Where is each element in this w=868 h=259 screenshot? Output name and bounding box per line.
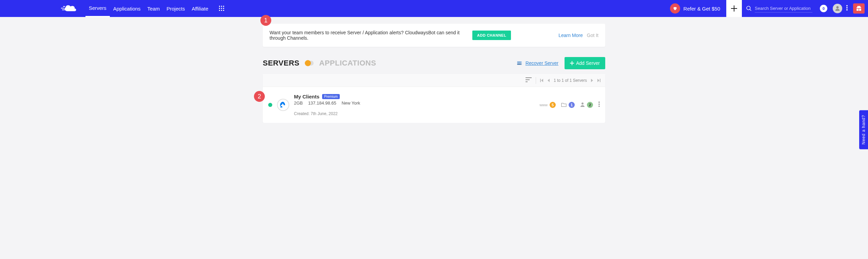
svg-rect-10 <box>221 10 222 11</box>
recover-text: Recover Server <box>526 60 558 66</box>
svg-point-12 <box>846 5 848 6</box>
premium-badge: Premium <box>322 94 340 99</box>
nav-projects[interactable]: Projects <box>163 0 188 17</box>
header-menu-icon[interactable] <box>846 5 848 12</box>
add-server-label: Add Server <box>576 60 600 66</box>
search-block <box>742 4 816 13</box>
svg-rect-3 <box>219 6 220 7</box>
server-created: Created: 7th June, 2022 <box>294 111 364 116</box>
stat-projects[interactable]: 1 <box>561 102 575 108</box>
nav-servers[interactable]: Servers <box>85 0 110 17</box>
server-list: 1 to 1 of 1 Servers 2 My Clients Premium… <box>263 74 605 123</box>
header-right: Refer & Get $50 0 <box>664 0 868 17</box>
svg-rect-19 <box>526 77 532 78</box>
annotation-1: 1 <box>260 15 271 26</box>
nav-team[interactable]: Team <box>144 0 163 17</box>
svg-point-26 <box>598 104 600 105</box>
divider <box>536 77 536 84</box>
tab-applications[interactable]: APPLICATIONS <box>319 59 376 68</box>
stat-users[interactable]: 2 <box>580 102 593 108</box>
heart-icon <box>670 3 680 14</box>
person-icon <box>580 102 585 108</box>
got-it-link[interactable]: Got It <box>587 33 598 38</box>
svg-rect-21 <box>526 81 528 82</box>
server-row[interactable]: 2 My Clients Premium 2GB 137.184.98.65 N… <box>263 87 605 123</box>
svg-rect-4 <box>221 6 222 7</box>
stat-www[interactable]: www 5 <box>539 102 556 108</box>
pager-first-icon[interactable] <box>540 79 544 82</box>
servers-apps-toggle[interactable] <box>305 61 314 66</box>
server-info: My Clients Premium 2GB 137.184.98.65 New… <box>294 94 364 116</box>
svg-rect-9 <box>219 10 220 11</box>
svg-rect-20 <box>526 79 530 80</box>
user-avatar[interactable] <box>833 4 842 13</box>
row-menu-icon[interactable] <box>598 101 600 108</box>
tabs-row: SERVERS APPLICATIONS Recover Server Add … <box>263 57 605 69</box>
svg-point-24 <box>581 103 584 105</box>
pager: 1 to 1 of 1 Servers <box>540 78 600 83</box>
svg-point-25 <box>598 101 600 103</box>
status-dot <box>268 103 272 107</box>
svg-point-14 <box>846 9 848 11</box>
svg-rect-8 <box>223 8 224 9</box>
folder-count: 1 <box>569 102 575 108</box>
svg-rect-2 <box>63 6 65 7</box>
plus-icon <box>570 61 574 65</box>
help-tab[interactable]: Need a hand? <box>859 110 868 123</box>
add-server-button[interactable]: Add Server <box>565 57 605 69</box>
notification-badge[interactable]: 0 <box>820 5 827 12</box>
svg-rect-23 <box>280 107 281 108</box>
list-header: 1 to 1 of 1 Servers <box>263 74 605 87</box>
pager-last-icon[interactable] <box>597 79 600 82</box>
server-stats: www 5 1 2 <box>539 101 600 108</box>
main-content: Want your team members to receive Server… <box>263 17 605 123</box>
tab-servers[interactable]: SERVERS <box>263 59 299 68</box>
pager-next-icon[interactable] <box>590 79 594 82</box>
sort-icon[interactable] <box>526 77 532 84</box>
add-channel-button[interactable]: ADD CHANNEL <box>472 31 511 40</box>
add-button[interactable] <box>726 0 742 17</box>
www-count: 5 <box>550 102 556 108</box>
svg-point-18 <box>521 64 521 64</box>
refer-text: Refer & Get $50 <box>684 6 720 12</box>
svg-rect-0 <box>61 8 64 8</box>
nav-affiliate[interactable]: Affiliate <box>188 0 212 17</box>
provider-digitalocean-icon <box>277 99 289 111</box>
user-count: 2 <box>587 102 593 108</box>
recover-icon <box>516 60 523 67</box>
learn-more-link[interactable]: Learn More <box>558 33 583 38</box>
svg-rect-1 <box>62 10 65 10</box>
svg-point-17 <box>521 62 521 62</box>
refer-link[interactable]: Refer & Get $50 <box>664 0 726 17</box>
alert-text: Want your team members to receive Server… <box>270 30 468 41</box>
recover-server-link[interactable]: Recover Server <box>516 60 558 67</box>
svg-point-13 <box>846 7 848 8</box>
nav-applications[interactable]: Applications <box>110 0 144 17</box>
server-meta: 2GB 137.184.98.65 New York <box>294 100 364 106</box>
svg-rect-7 <box>221 8 222 9</box>
pager-prev-icon[interactable] <box>547 79 550 82</box>
gift-icon[interactable] <box>853 3 865 14</box>
apps-grid-icon[interactable] <box>219 6 224 11</box>
svg-point-27 <box>598 106 600 107</box>
svg-rect-6 <box>219 8 220 9</box>
folder-icon <box>561 102 567 108</box>
top-header: Servers Applications Team Projects Affil… <box>0 0 868 17</box>
logo[interactable] <box>61 4 79 13</box>
search-icon[interactable] <box>746 5 752 12</box>
svg-rect-22 <box>281 106 282 107</box>
server-size: 2GB <box>294 100 303 106</box>
svg-rect-11 <box>223 10 224 11</box>
server-name: My Clients <box>294 94 319 99</box>
server-location: New York <box>341 100 360 106</box>
www-icon: www <box>539 103 548 107</box>
main-nav: Servers Applications Team Projects Affil… <box>85 0 212 17</box>
svg-rect-5 <box>223 6 224 7</box>
alert-card: Want your team members to receive Server… <box>263 24 605 47</box>
search-input[interactable] <box>755 4 812 13</box>
server-ip: 137.184.98.65 <box>308 100 336 106</box>
annotation-2: 2 <box>254 91 265 102</box>
pager-text: 1 to 1 of 1 Servers <box>554 78 587 83</box>
